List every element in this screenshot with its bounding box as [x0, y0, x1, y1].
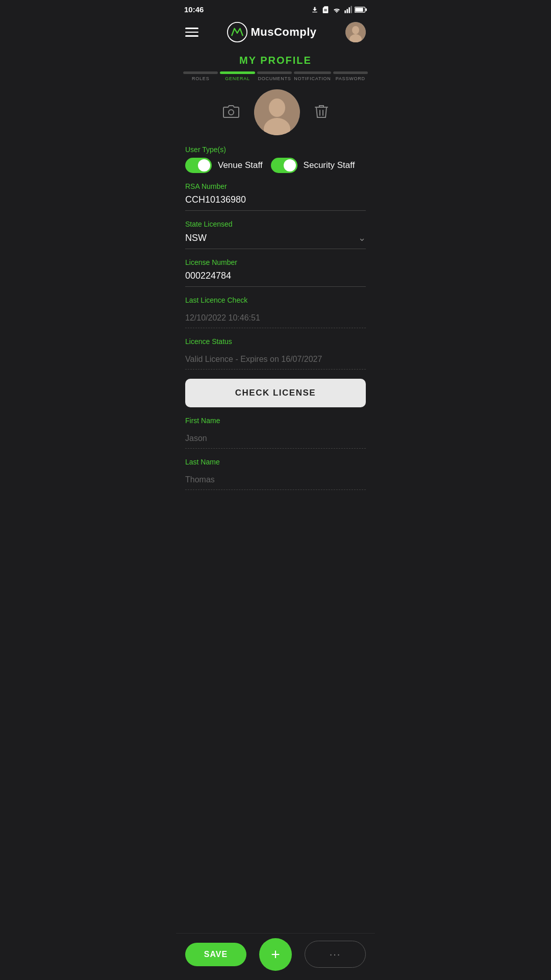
tab-notification[interactable]: NOTIFICATION [294, 71, 331, 81]
tab-documents-bar [257, 71, 292, 74]
svg-point-11 [229, 110, 234, 115]
avatar-image [345, 22, 366, 42]
signal-icon [344, 6, 352, 14]
hamburger-menu-button[interactable] [185, 28, 198, 37]
form-content: User Type(s) Venue Staff Security Staff … [176, 145, 375, 541]
state-licensed-value: NSW [185, 233, 207, 243]
tab-notification-label: NOTIFICATION [294, 76, 331, 81]
security-staff-item: Security Staff [271, 158, 355, 173]
avatar-image-large [254, 89, 300, 135]
tab-general-bar [220, 71, 255, 74]
svg-rect-6 [355, 8, 363, 12]
sim-icon [321, 6, 330, 14]
venue-staff-toggle[interactable] [185, 158, 212, 173]
tab-documents[interactable]: DOCUMENTS [257, 71, 292, 81]
logo-area: MusComply [227, 22, 316, 42]
muscomply-logo-icon [227, 22, 247, 42]
last-name-value[interactable]: Thomas [185, 470, 366, 490]
security-staff-label: Security Staff [304, 160, 355, 170]
tab-documents-label: DOCUMENTS [258, 76, 291, 81]
battery-icon [355, 6, 367, 13]
last-name-label: Last Name [185, 458, 366, 466]
first-name-label: First Name [185, 416, 366, 425]
state-licensed-label: State Licensed [185, 220, 366, 228]
venue-staff-toggle-thumb [198, 159, 210, 172]
tab-general[interactable]: GENERAL [220, 71, 255, 81]
page-title: MY PROFILE [176, 47, 375, 71]
svg-rect-0 [344, 10, 346, 13]
tab-password-label: PASSWORD [336, 76, 365, 81]
tab-roles-bar [183, 71, 218, 74]
tab-password[interactable]: PASSWORD [333, 71, 368, 81]
last-licence-check-label: Last Licence Check [185, 296, 366, 304]
tab-general-label: GENERAL [225, 76, 250, 81]
venue-staff-toggle-track [185, 158, 212, 173]
status-time: 10:46 [184, 5, 204, 14]
first-name-value[interactable]: Jason [185, 429, 366, 449]
security-staff-toggle-thumb [284, 159, 296, 172]
progress-tabs: ROLES GENERAL DOCUMENTS NOTIFICATION PAS… [176, 71, 375, 81]
tab-notification-bar [294, 71, 331, 74]
rsa-number-value[interactable]: CCH10136980 [185, 194, 366, 211]
profile-avatar[interactable] [254, 89, 300, 135]
user-types-row: Venue Staff Security Staff [185, 158, 366, 173]
tab-roles-label: ROLES [192, 76, 210, 81]
delete-photo-button[interactable] [314, 103, 329, 121]
chevron-down-icon: ⌄ [358, 232, 366, 243]
last-licence-check-value: 12/10/2022 10:46:51 [185, 308, 366, 328]
svg-rect-1 [346, 9, 348, 13]
download-icon [311, 6, 319, 14]
wifi-icon [332, 6, 341, 14]
svg-rect-5 [365, 8, 367, 11]
photo-area [176, 89, 375, 135]
licence-status-label: Licence Status [185, 337, 366, 346]
header-avatar[interactable] [345, 22, 366, 42]
state-licensed-row[interactable]: NSW ⌄ [185, 232, 366, 249]
camera-button[interactable] [222, 104, 240, 121]
status-icons [311, 6, 367, 14]
user-types-label: User Type(s) [185, 145, 366, 154]
security-staff-toggle-track [271, 158, 297, 173]
status-bar: 10:46 [176, 0, 375, 17]
tab-password-bar [333, 71, 368, 74]
svg-rect-3 [350, 6, 352, 13]
svg-point-9 [352, 26, 359, 34]
venue-staff-item: Venue Staff [185, 158, 263, 173]
rsa-number-label: RSA Number [185, 182, 366, 190]
svg-point-13 [269, 99, 285, 117]
check-license-button[interactable]: CHECK LICENSE [185, 379, 366, 407]
header: MusComply [176, 17, 375, 47]
logo-text: MusComply [251, 26, 316, 39]
svg-rect-2 [348, 7, 350, 13]
licence-status-value: Valid Licence - Expires on 16/07/2027 [185, 350, 366, 370]
tab-roles[interactable]: ROLES [183, 71, 218, 81]
license-number-value[interactable]: 000224784 [185, 271, 366, 287]
license-number-label: License Number [185, 258, 366, 266]
security-staff-toggle[interactable] [271, 158, 297, 173]
venue-staff-label: Venue Staff [218, 160, 263, 170]
